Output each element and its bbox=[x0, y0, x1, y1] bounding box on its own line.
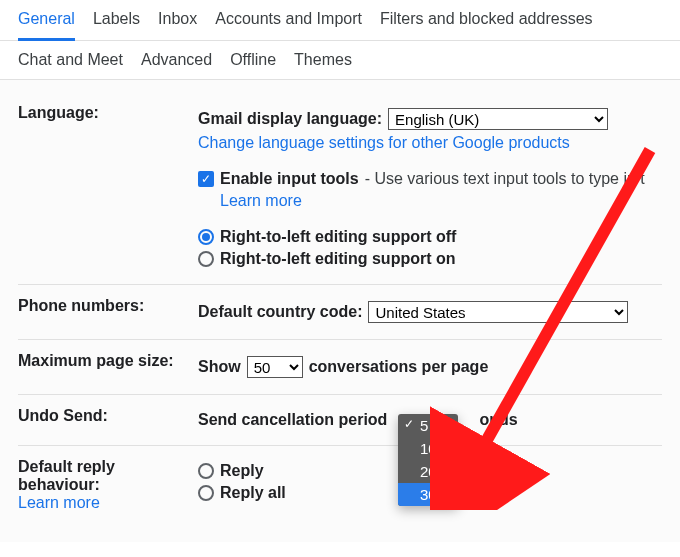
undo-suffix: onds bbox=[479, 411, 517, 429]
row-phone: Phone numbers: Default country code: Uni… bbox=[18, 284, 662, 339]
reply-all-label: Reply all bbox=[220, 484, 286, 502]
reply-label: Reply bbox=[220, 462, 264, 480]
country-code-label: Default country code: bbox=[198, 303, 362, 321]
settings-tabs-row1: General Labels Inbox Accounts and Import… bbox=[0, 0, 680, 41]
tab-accounts[interactable]: Accounts and Import bbox=[215, 10, 362, 40]
label-pagesize: Maximum page size: bbox=[18, 352, 198, 370]
settings-tabs-row2: Chat and Meet Advanced Offline Themes bbox=[0, 41, 680, 80]
rtl-on-label: Right-to-left editing support on bbox=[220, 250, 456, 268]
tab-chat[interactable]: Chat and Meet bbox=[18, 51, 123, 79]
reply-learn-more-link[interactable]: Learn more bbox=[18, 494, 198, 512]
pagesize-show: Show bbox=[198, 358, 241, 376]
tab-labels[interactable]: Labels bbox=[93, 10, 140, 40]
rtl-off-label: Right-to-left editing support off bbox=[220, 228, 456, 246]
rtl-off-radio[interactable] bbox=[198, 229, 214, 245]
undo-option-20[interactable]: 20 bbox=[398, 460, 458, 483]
undo-prefix: Send cancellation period bbox=[198, 411, 387, 429]
label-reply: Default reply behaviour: Learn more bbox=[18, 458, 198, 512]
display-language-label: Gmail display language: bbox=[198, 110, 382, 128]
rtl-on-radio[interactable] bbox=[198, 251, 214, 267]
tab-filters[interactable]: Filters and blocked addresses bbox=[380, 10, 593, 40]
undo-option-30[interactable]: 30 bbox=[398, 483, 458, 506]
label-phone: Phone numbers: bbox=[18, 297, 198, 315]
row-language: Language: Gmail display language: Englis… bbox=[18, 92, 662, 284]
pagesize-select[interactable]: 50 bbox=[247, 356, 303, 378]
change-language-link[interactable]: Change language settings for other Googl… bbox=[198, 134, 570, 152]
tab-advanced[interactable]: Advanced bbox=[141, 51, 212, 79]
row-pagesize: Maximum page size: Show 50 conversations… bbox=[18, 339, 662, 394]
country-code-select[interactable]: United States bbox=[368, 301, 628, 323]
label-language: Language: bbox=[18, 104, 198, 122]
row-undo: Undo Send: Send cancellation period onds bbox=[18, 394, 662, 445]
undo-option-10[interactable]: 10 bbox=[398, 437, 458, 460]
settings-content: Language: Gmail display language: Englis… bbox=[0, 80, 680, 542]
undo-option-5[interactable]: 5 bbox=[398, 414, 458, 437]
reply-all-radio[interactable] bbox=[198, 485, 214, 501]
tab-general[interactable]: General bbox=[18, 10, 75, 41]
enable-input-tools-label: Enable input tools bbox=[220, 170, 359, 188]
tab-offline[interactable]: Offline bbox=[230, 51, 276, 79]
display-language-select[interactable]: English (UK) bbox=[388, 108, 608, 130]
input-tools-learn-more-link[interactable]: Learn more bbox=[220, 192, 302, 210]
enable-input-tools-checkbox[interactable]: ✓ bbox=[198, 171, 214, 187]
pagesize-suffix: conversations per page bbox=[309, 358, 489, 376]
tab-themes[interactable]: Themes bbox=[294, 51, 352, 79]
label-undo: Undo Send: bbox=[18, 407, 198, 425]
tab-inbox[interactable]: Inbox bbox=[158, 10, 197, 40]
undo-period-dropdown[interactable]: 5 10 20 30 bbox=[398, 414, 458, 506]
enable-input-tools-desc: - Use various text input tools to type i… bbox=[365, 170, 645, 188]
row-reply: Default reply behaviour: Learn more Repl… bbox=[18, 445, 662, 524]
reply-radio[interactable] bbox=[198, 463, 214, 479]
